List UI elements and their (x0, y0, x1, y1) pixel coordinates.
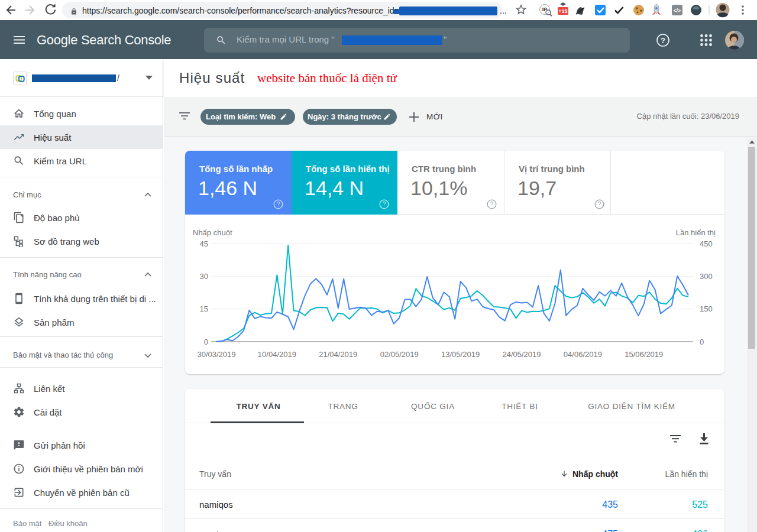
svg-text:15/06/2019: 15/06/2019 (625, 350, 663, 359)
svg-text:?: ? (661, 36, 665, 45)
svg-text:450: 450 (700, 239, 713, 248)
svg-text:0: 0 (204, 338, 208, 346)
svg-text:02/05/2019: 02/05/2019 (380, 350, 419, 359)
svg-text:</>: </> (674, 8, 681, 14)
svg-text:150: 150 (700, 304, 713, 313)
svg-text:?: ? (277, 201, 280, 207)
svg-text:30/03/2019: 30/03/2019 (197, 350, 235, 359)
svg-text:+1$: +1$ (558, 8, 567, 14)
svg-text:?: ? (383, 201, 386, 207)
svg-text:04/06/2019: 04/06/2019 (564, 350, 602, 359)
svg-text:21/04/2019: 21/04/2019 (319, 350, 357, 359)
svg-text:Lần hiển thị: Lần hiển thị (676, 228, 716, 237)
svg-text:?: ? (598, 201, 601, 207)
svg-text:Nhấp chuột: Nhấp chuột (193, 228, 232, 237)
svg-text:24/05/2019: 24/05/2019 (502, 350, 541, 359)
svg-text:45: 45 (200, 239, 208, 248)
svg-text:15: 15 (200, 304, 208, 313)
svg-text:10/04/2019: 10/04/2019 (258, 350, 296, 359)
svg-text:?: ? (490, 201, 494, 207)
svg-text:30: 30 (200, 272, 208, 281)
svg-text:300: 300 (700, 272, 713, 281)
svg-text:0: 0 (700, 338, 704, 346)
svg-text:13/05/2019: 13/05/2019 (441, 350, 480, 359)
